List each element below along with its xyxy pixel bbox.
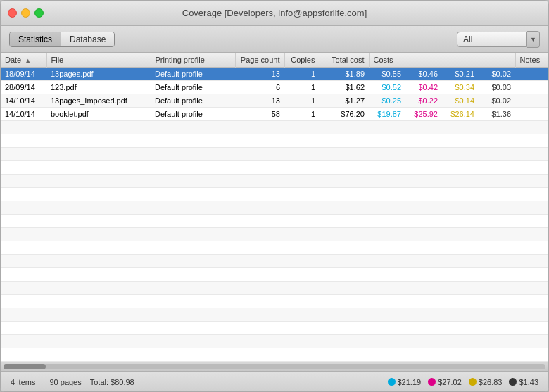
cell-cost-k: $0.02	[479, 68, 515, 81]
cell-date: 18/09/14	[1, 68, 46, 81]
cell-cost-y: $0.14	[442, 94, 479, 108]
scrollbar-track	[4, 364, 545, 369]
dropdown-arrow-icon[interactable]: ▼	[527, 31, 540, 48]
minimize-button[interactable]	[21, 8, 30, 18]
cell-cost-y: $0.34	[442, 81, 479, 94]
tab-database[interactable]: Database	[61, 32, 114, 46]
table-row-empty	[1, 335, 548, 348]
table-row-empty	[1, 175, 548, 188]
cell-date: 14/10/14	[1, 108, 46, 121]
table-row-empty	[1, 121, 548, 134]
table-row[interactable]: 18/09/14 13pages.pdf Default profile 13 …	[1, 68, 548, 81]
cell-cost-c: $0.52	[369, 81, 405, 94]
magenta-cost-item: $27.02	[428, 378, 462, 386]
maximize-button[interactable]	[34, 8, 44, 18]
col-header-totalcost[interactable]: Total cost	[320, 53, 369, 68]
table-row-empty	[1, 241, 548, 255]
table-container[interactable]: Date ▲ File Printing profile Page count …	[1, 53, 548, 362]
table-row-empty	[1, 148, 548, 161]
cell-cost-m: $0.22	[405, 94, 442, 108]
main-window: Coverage [Developers, info@appsforlife.c…	[0, 0, 549, 392]
cell-cost-k: $0.03	[479, 81, 515, 94]
cell-copies: 1	[284, 94, 320, 108]
table-row[interactable]: 28/09/14 123.pdf Default profile 6 1 $1.…	[1, 81, 548, 94]
titlebar: Coverage [Developers, info@appsforlife.c…	[1, 1, 548, 26]
cell-pagecount: 6	[235, 81, 284, 94]
cell-notes	[515, 81, 548, 94]
table-header-row: Date ▲ File Printing profile Page count …	[1, 53, 548, 68]
col-header-copies[interactable]: Copies	[284, 53, 320, 68]
cell-profile: Default profile	[151, 108, 235, 121]
cell-cost-y: $26.14	[442, 108, 479, 121]
cell-cost-m: $25.92	[405, 108, 442, 121]
filter-dropdown[interactable]: All	[457, 32, 527, 47]
table-row-empty	[1, 268, 548, 282]
statusbar: 4 items 90 pages Total: $80.98 $21.19 $2…	[1, 372, 548, 391]
cell-totalcost: $76.20	[320, 108, 369, 121]
cell-profile: Default profile	[151, 94, 235, 108]
cell-profile: Default profile	[151, 81, 235, 94]
table-row[interactable]: 14/10/14 13pages_Imposed.pdf Default pro…	[1, 94, 548, 108]
cell-date: 28/09/14	[1, 81, 46, 94]
cell-date: 14/10/14	[1, 94, 46, 108]
magenta-dot	[428, 378, 436, 386]
col-header-file[interactable]: File	[46, 53, 151, 68]
tab-group: Statistics Database	[9, 32, 115, 47]
cell-cost-y: $0.21	[442, 68, 479, 81]
close-button[interactable]	[8, 8, 17, 18]
cell-cost-k: $0.02	[479, 94, 515, 108]
col-header-date[interactable]: Date ▲	[1, 53, 46, 68]
col-header-pagecount[interactable]: Page count	[235, 53, 284, 68]
col-header-profile[interactable]: Printing profile	[151, 53, 235, 68]
yellow-cost-label: $26.83	[479, 378, 503, 386]
horizontal-scrollbar[interactable]	[1, 362, 548, 372]
cell-copies: 1	[284, 68, 320, 81]
table-row-empty	[1, 215, 548, 228]
cell-cost-c: $0.55	[369, 68, 405, 81]
cell-pagecount: 13	[235, 68, 284, 81]
yellow-cost-item: $26.83	[469, 378, 503, 386]
cell-file: 123.pdf	[46, 81, 151, 94]
cell-pagecount: 58	[235, 108, 284, 121]
cyan-dot	[388, 378, 396, 386]
cell-file: 13pages.pdf	[46, 68, 151, 81]
table-row-empty	[1, 282, 548, 295]
table-row-empty	[1, 322, 548, 335]
cell-totalcost: $1.62	[320, 81, 369, 94]
cell-file: 13pages_Imposed.pdf	[46, 94, 151, 108]
table-row-empty	[1, 295, 548, 308]
yellow-dot	[469, 378, 477, 386]
cyan-cost-item: $21.19	[388, 378, 422, 386]
cell-profile: Default profile	[151, 68, 235, 81]
cost-summary: $21.19 $27.02 $26.83 $1.43	[388, 378, 539, 386]
window-title: Coverage [Developers, info@appsforlife.c…	[182, 8, 367, 18]
tab-statistics[interactable]: Statistics	[10, 32, 61, 46]
total-cost: Total: $80.98	[90, 378, 134, 386]
black-cost-label: $1.43	[519, 378, 538, 386]
table-row-empty	[1, 228, 548, 241]
black-dot	[509, 378, 517, 386]
cell-cost-k: $1.36	[479, 108, 515, 121]
scrollbar-thumb[interactable]	[4, 364, 46, 369]
cell-totalcost: $1.89	[320, 68, 369, 81]
black-cost-item: $1.43	[509, 378, 538, 386]
cell-cost-c: $0.25	[369, 94, 405, 108]
cell-notes	[515, 94, 548, 108]
table-row[interactable]: 14/10/14 booklet.pdf Default profile 58 …	[1, 108, 548, 121]
col-header-costs[interactable]: Costs	[369, 53, 515, 68]
traffic-lights	[8, 8, 44, 18]
cell-cost-c: $19.87	[369, 108, 405, 121]
table-row-empty	[1, 161, 548, 175]
magenta-cost-label: $27.02	[438, 378, 462, 386]
table-row-empty	[1, 201, 548, 215]
cell-copies: 1	[284, 81, 320, 94]
table-row-empty	[1, 348, 548, 362]
cell-copies: 1	[284, 108, 320, 121]
table-row-empty	[1, 134, 548, 148]
toolbar: Statistics Database All ▼	[1, 26, 548, 53]
cyan-cost-label: $21.19	[398, 378, 422, 386]
table-row-empty	[1, 188, 548, 201]
col-header-notes[interactable]: Notes	[515, 53, 548, 68]
data-table: Date ▲ File Printing profile Page count …	[1, 53, 548, 362]
table-row-empty	[1, 308, 548, 322]
